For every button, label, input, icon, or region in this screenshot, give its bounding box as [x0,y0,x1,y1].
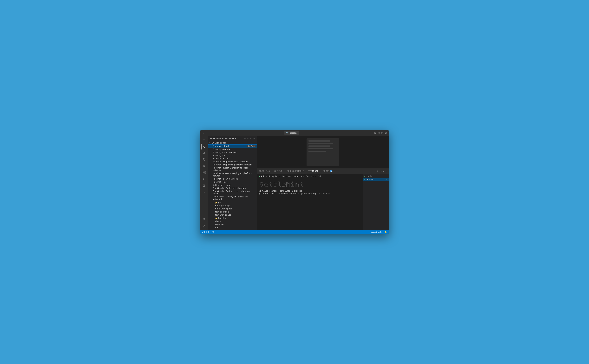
foundry-label: Foundr... [367,178,375,181]
branch-icon: ⑂ [212,231,213,233]
collapse-button[interactable]: ⊡ [250,137,252,140]
status-layout[interactable]: Layout: U.S. [370,231,382,233]
terminal-main[interactable]: ● ✱ Executing task: bunx settlemint scs … [257,174,363,230]
task-item-foundry-build[interactable]: Foundry - Build ▶ Run Task [208,144,257,148]
layout-grid-icon[interactable]: ▣ [374,132,376,134]
task-item-foundry-start-network[interactable]: Foundry - Start network [208,151,257,154]
task-item-the-graph-deploy[interactable]: The Graph - Deploy or update the subgrap… [208,195,257,201]
settlemint-art: SettleMint [259,179,361,189]
activity-search[interactable] [201,150,207,156]
svg-point-13 [204,218,205,219]
activity-source-control[interactable] [201,157,207,162]
activity-settings[interactable] [201,223,207,229]
go-test-package[interactable]: test package [208,210,257,213]
sidebar-content: ▾ 🗂 Workspace Foundry - Build ▶ Run Task… [208,141,257,230]
add-terminal-button[interactable]: ＋ [376,170,379,173]
go-test-workspace-label: test workspace [215,214,231,216]
go-test-workspace[interactable]: test workspace [208,213,257,216]
warning-icon: ⚠ [206,231,207,233]
terminal-executing-line: ● ✱ Executing task: bunx settlemint scs … [259,175,361,178]
activity-account[interactable] [201,216,207,222]
workspace-header[interactable]: ▾ 🗂 Workspace [208,141,257,144]
terminal-more-button[interactable]: ⋯ [380,170,382,172]
terminal-reuse-text: Terminal will be reused by tasks, press … [261,193,332,195]
go-header[interactable]: ▾ 📁 go [208,201,257,204]
terminal-close-button[interactable]: ✕ [386,170,388,172]
svg-point-0 [203,152,204,153]
task-label-foundry-test: Foundry - Test [213,154,227,157]
hardhat-compile[interactable]: compile [208,223,257,226]
status-bell[interactable]: 🔔 [384,231,388,233]
go-build-workspace[interactable]: build workspace [208,207,257,210]
layout-sidebar-icon[interactable]: ▤ [378,132,380,134]
search-icon: 🔍 [286,132,288,134]
task-item-hardhat-reset-deploy-platform[interactable]: Hardhat - Reset & Deploy to platform net… [208,172,257,177]
task-item-settlemint-login[interactable]: SettleMint - Login [208,183,257,187]
task-label-hardhat-deploy-local: Hardhat - Deploy to local network [213,160,248,163]
preview-bar-1 [308,140,330,142]
tab-debug-console[interactable]: DEBUG CONSOLE [284,168,306,174]
activity-extensions[interactable] [201,170,207,176]
tab-output-label: OUTPUT [274,170,282,172]
editor-area: PROBLEMS OUTPUT DEBUG CONSOLE TERMINAL P… [257,136,389,230]
tab-terminal[interactable]: TERMINAL [306,168,321,174]
bash-label: bash [367,175,372,177]
task-item-hardhat-deploy-platform[interactable]: Hardhat - Deploy to platform network [208,163,257,166]
hardhat-header[interactable]: ▾ 📁 hardhat [208,217,257,220]
task-item-hardhat-start-network[interactable]: Hardhat - Start network [208,177,257,180]
terminal-asterisk-icon: ✱ [261,176,262,177]
hardhat-clean-label: clean [215,220,221,223]
search-text: usecase [289,132,297,134]
activity-hamburger[interactable]: ☰ [201,137,207,143]
refresh-button[interactable]: ↻ [244,137,246,140]
terminal-reuse-line: ✱ Terminal will be reused by tasks, pres… [259,193,361,195]
nav-back-button[interactable]: ← [202,131,205,135]
hardhat-test[interactable]: test [208,226,257,229]
task-item-the-graph-build[interactable]: The Graph - Build the subgraph [208,187,257,190]
layout-panel-icon[interactable]: ▢ [381,132,383,134]
tab-output[interactable]: OUTPUT [272,168,285,174]
status-branch[interactable]: ⑂ 1 [211,231,215,233]
svg-rect-8 [203,173,204,174]
run-task-button[interactable]: Run Task [247,145,256,147]
svg-point-4 [204,158,205,159]
hardhat-section: ▾ 📁 hardhat clean compile test [208,217,257,229]
terminal-maximize-button[interactable]: ∧ [383,170,385,172]
terminal-instance-foundry[interactable]: ⬡ Foundr... ✓ [363,178,389,181]
activity-deploy[interactable]: ✈ [201,189,207,195]
tab-problems[interactable]: PROBLEMS [257,168,272,174]
nav-forward-button[interactable]: → [206,131,209,135]
vscode-window: ← → 🔍 usecase ▣ ▤ ▢ ▣ ☰ ⧉ [200,130,389,234]
activity-tasks[interactable] [201,183,207,188]
settings-button[interactable]: ⚙ [247,137,249,140]
task-item-foundry-test[interactable]: Foundry - Test [208,154,257,157]
status-errors[interactable]: ✗ 0 ⚠ 0 [201,231,210,233]
workspace-chevron: ▾ [209,142,211,144]
task-item-foundry-format[interactable]: Foundry - Format [208,148,257,151]
layout-split-icon[interactable]: ▣ [385,132,387,134]
workspace-label: Workspace [215,142,226,144]
task-item-the-graph-codegen[interactable]: The Graph - Codegen the subgraph types [208,190,257,195]
bash-icon: ⬡ [364,175,366,177]
task-item-hardhat-test[interactable]: Hardhat - Test [208,180,257,183]
task-label-hardhat-test: Hardhat - Test [213,181,227,183]
more-button[interactable]: ⋯ [253,137,255,140]
svg-marker-5 [203,165,205,167]
activity-explorer[interactable]: ⧉ [201,144,207,150]
go-build-package[interactable]: build package [208,204,257,207]
task-item-hardhat-build[interactable]: Hardhat - Build [208,157,257,160]
hardhat-clean[interactable]: clean [208,220,257,223]
activity-test[interactable] [201,176,207,182]
activity-run-debug[interactable] [201,163,207,169]
task-item-hardhat-deploy-local[interactable]: Hardhat - Deploy to local network [208,160,257,163]
search-bar[interactable]: 🔍 usecase [284,131,299,135]
statusbar-right: Layout: U.S. 🔔 [370,231,388,233]
terminal-instance-bash[interactable]: ⬡ bash [363,175,389,178]
error-icon: ✗ [202,231,204,233]
svg-line-1 [204,153,205,154]
task-label-settlemint-login: SettleMint - Login [213,184,231,186]
task-item-hardhat-reset-deploy-local[interactable]: Hardhat - Reset & Deploy to local networ… [208,166,257,172]
task-label-hardhat-reset-deploy-local: Hardhat - Reset & Deploy to local networ… [213,167,255,171]
panel-actions: ＋ ⋯ ∧ ✕ [376,170,389,173]
tab-ports[interactable]: PORTS 1 [321,168,335,174]
